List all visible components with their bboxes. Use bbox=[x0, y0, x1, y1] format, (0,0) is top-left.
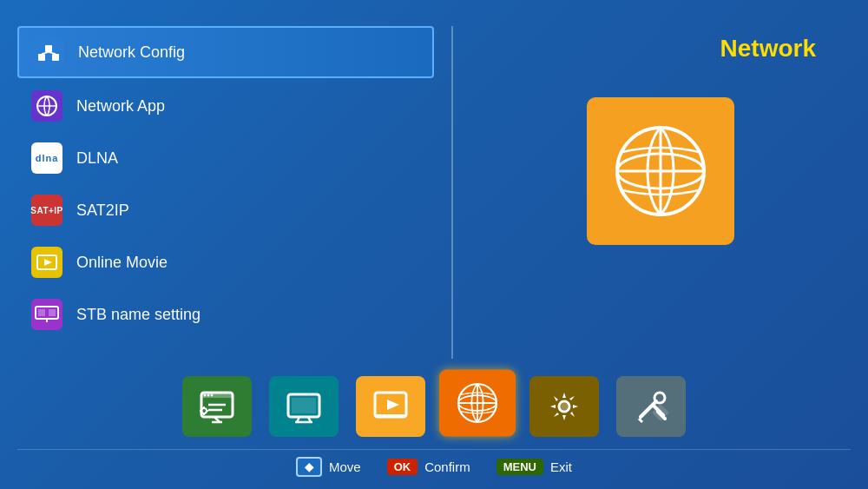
menu-label-network-config: Network Config bbox=[78, 43, 185, 62]
content-area: Network Config Network App dlna D bbox=[17, 17, 851, 367]
menu-panel: Network Config Network App dlna D bbox=[17, 17, 434, 367]
nav-btn-media[interactable] bbox=[356, 376, 425, 437]
menu-item-stb[interactable]: STB name setting bbox=[17, 290, 434, 339]
svg-rect-2 bbox=[52, 54, 59, 61]
nav-btn-settings[interactable] bbox=[182, 376, 252, 437]
svg-rect-0 bbox=[38, 54, 45, 61]
menu-item-dlna[interactable]: dlna DLNA bbox=[17, 134, 434, 182]
svg-line-46 bbox=[639, 419, 642, 422]
svg-point-43 bbox=[561, 403, 568, 410]
svg-rect-1 bbox=[45, 45, 52, 52]
right-panel: Network bbox=[470, 17, 851, 367]
network-icon-box bbox=[587, 97, 734, 245]
svg-point-22 bbox=[207, 394, 210, 397]
stb-icon bbox=[31, 299, 62, 330]
move-label: Move bbox=[329, 459, 361, 474]
svg-point-26 bbox=[201, 408, 207, 413]
menu-label-dlna: DLNA bbox=[76, 149, 118, 168]
move-badge: ◆ bbox=[296, 457, 322, 477]
sat2ip-icon: SAT+IP bbox=[31, 195, 62, 226]
menu-label-stb: STB name setting bbox=[76, 306, 201, 324]
help-bar: ◆ Move OK Confirm MENU Exit bbox=[17, 449, 851, 484]
nav-btn-tv[interactable] bbox=[269, 376, 339, 437]
svg-point-21 bbox=[204, 394, 207, 397]
svg-marker-8 bbox=[44, 259, 52, 266]
network-app-icon bbox=[31, 90, 62, 122]
svg-line-44 bbox=[641, 401, 656, 417]
svg-line-4 bbox=[49, 52, 56, 54]
help-item-exit: MENU Exit bbox=[496, 459, 572, 475]
nav-btn-gear[interactable] bbox=[529, 376, 599, 437]
menu-item-network-config[interactable]: Network Config bbox=[17, 26, 434, 78]
help-item-move: ◆ Move bbox=[296, 457, 361, 477]
svg-point-45 bbox=[654, 393, 665, 403]
help-item-confirm: OK Confirm bbox=[387, 459, 470, 475]
svg-rect-10 bbox=[38, 309, 45, 316]
menu-item-network-app[interactable]: Network App bbox=[17, 82, 434, 130]
svg-rect-35 bbox=[292, 398, 316, 413]
menu-label-network-app: Network App bbox=[76, 97, 165, 116]
svg-marker-37 bbox=[387, 400, 399, 410]
menu-label-sat2ip: SAT2IP bbox=[76, 202, 129, 220]
bottom-nav: ◆ Move OK Confirm MENU Exit bbox=[17, 367, 851, 472]
ok-badge: OK bbox=[387, 459, 418, 475]
online-movie-icon bbox=[31, 247, 62, 278]
menu-badge: MENU bbox=[496, 459, 543, 475]
nav-icons-row bbox=[182, 367, 686, 446]
exit-label: Exit bbox=[550, 459, 572, 474]
menu-item-online-movie[interactable]: Online Movie bbox=[17, 238, 434, 287]
main-container: Network Config Network App dlna D bbox=[0, 0, 868, 489]
svg-rect-11 bbox=[49, 309, 56, 316]
globe-icon bbox=[608, 119, 713, 223]
dlna-icon: dlna bbox=[31, 142, 62, 174]
svg-line-3 bbox=[42, 52, 49, 54]
nav-btn-tools[interactable] bbox=[616, 376, 686, 437]
nav-btn-network[interactable] bbox=[439, 370, 516, 437]
section-title: Network bbox=[720, 35, 816, 63]
confirm-label: Confirm bbox=[424, 459, 470, 474]
menu-label-online-movie: Online Movie bbox=[76, 254, 168, 272]
svg-point-23 bbox=[211, 394, 214, 397]
network-config-icon bbox=[33, 36, 64, 68]
menu-item-sat2ip[interactable]: SAT+IP SAT2IP bbox=[17, 186, 434, 235]
divider bbox=[451, 26, 453, 359]
